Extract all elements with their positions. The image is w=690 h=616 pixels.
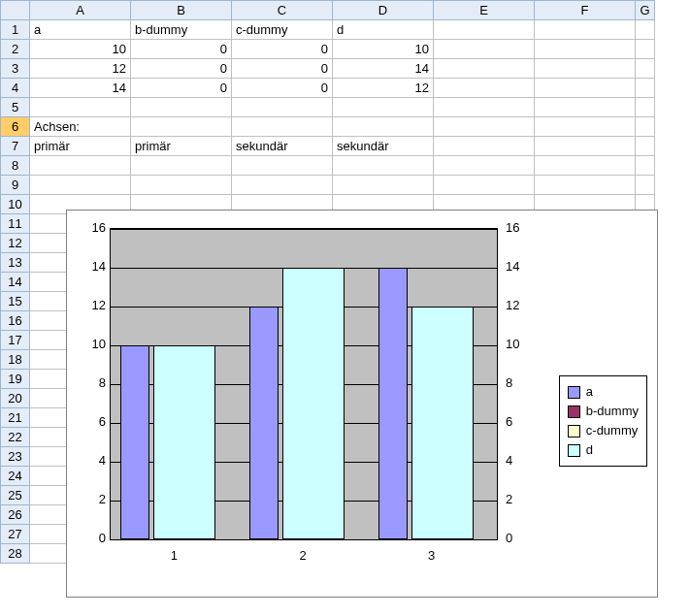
cell-F6[interactable] [535,117,636,137]
col-header-B[interactable]: B [131,1,232,20]
cell-G7[interactable] [636,137,655,156]
cell-C7[interactable]: sekundär [232,137,333,156]
cell-E8[interactable] [434,156,535,176]
select-all-corner[interactable] [1,1,30,20]
cell-D2[interactable]: 10 [333,40,434,59]
cell-B1[interactable]: b-dummy [131,20,232,40]
cell-A2[interactable]: 10 [30,40,131,59]
row-header-10[interactable]: 10 [1,195,30,214]
cell-B3[interactable]: 0 [131,59,232,79]
row-header-23[interactable]: 23 [1,447,30,467]
cell-D1[interactable]: d [333,20,434,40]
cell-F1[interactable] [535,20,636,40]
cell-C5[interactable] [232,98,333,117]
cell-D8[interactable] [333,156,434,176]
cell-G2[interactable] [636,40,655,59]
cell-C4[interactable]: 0 [232,79,333,98]
cell-B6[interactable] [131,117,232,137]
cell-E5[interactable] [434,98,535,117]
embedded-chart[interactable]: a b-dummy c-dummy d 00224466881010121214… [66,210,658,598]
cell-G4[interactable] [636,79,655,98]
row-header-27[interactable]: 27 [1,525,30,544]
cell-E9[interactable] [434,176,535,195]
row-header-20[interactable]: 20 [1,389,30,408]
row-header-26[interactable]: 26 [1,505,30,525]
row-header-7[interactable]: 7 [1,137,30,156]
cell-C6[interactable] [232,117,333,137]
cell-E4[interactable] [434,79,535,98]
row-header-16[interactable]: 16 [1,311,30,331]
col-header-A[interactable]: A [30,1,131,20]
cell-G1[interactable] [636,20,655,40]
cell-B4[interactable]: 0 [131,79,232,98]
col-header-D[interactable]: D [333,1,434,20]
cell-C1[interactable]: c-dummy [232,20,333,40]
row-header-18[interactable]: 18 [1,350,30,370]
cell-E2[interactable] [434,40,535,59]
row-header-3[interactable]: 3 [1,59,30,79]
cell-G6[interactable] [636,117,655,137]
cell-B2[interactable]: 0 [131,40,232,59]
cell-F4[interactable] [535,79,636,98]
cell-B8[interactable] [131,156,232,176]
row-header-4[interactable]: 4 [1,79,30,98]
cell-F3[interactable] [535,59,636,79]
row-header-5[interactable]: 5 [1,98,30,117]
cell-A4[interactable]: 14 [30,79,131,98]
col-header-G[interactable]: G [636,1,655,20]
cell-E3[interactable] [434,59,535,79]
cell-C2[interactable]: 0 [232,40,333,59]
cell-F9[interactable] [535,176,636,195]
cell-A3[interactable]: 12 [30,59,131,79]
cell-A9[interactable] [30,176,131,195]
cell-G5[interactable] [636,98,655,117]
row-header-1[interactable]: 1 [1,20,30,40]
cell-E7[interactable] [434,137,535,156]
cell-D5[interactable] [333,98,434,117]
cell-D4[interactable]: 12 [333,79,434,98]
cell-A6[interactable]: Achsen: [30,117,131,137]
cell-D6[interactable] [333,117,434,137]
cell-F7[interactable] [535,137,636,156]
row-header-9[interactable]: 9 [1,176,30,195]
row-header-22[interactable]: 22 [1,428,30,447]
col-header-F[interactable]: F [535,1,636,20]
row-header-25[interactable]: 25 [1,486,30,505]
cell-G8[interactable] [636,156,655,176]
cell-D7[interactable]: sekundär [333,137,434,156]
cell-C9[interactable] [232,176,333,195]
cell-A7[interactable]: primär [30,137,131,156]
cell-A5[interactable] [30,98,131,117]
cell-F2[interactable] [535,40,636,59]
cell-D9[interactable] [333,176,434,195]
cell-C3[interactable]: 0 [232,59,333,79]
cell-G9[interactable] [636,176,655,195]
row-header-15[interactable]: 15 [1,292,30,311]
row-header-19[interactable]: 19 [1,370,30,389]
cell-F5[interactable] [535,98,636,117]
row-header-24[interactable]: 24 [1,467,30,486]
cell-C8[interactable] [232,156,333,176]
row-header-14[interactable]: 14 [1,273,30,292]
cell-G3[interactable] [636,59,655,79]
row-header-21[interactable]: 21 [1,408,30,428]
cell-B9[interactable] [131,176,232,195]
cell-D3[interactable]: 14 [333,59,434,79]
row-header-8[interactable]: 8 [1,156,30,176]
cell-E1[interactable] [434,20,535,40]
col-header-E[interactable]: E [434,1,535,20]
row-header-17[interactable]: 17 [1,331,30,350]
cell-B5[interactable] [131,98,232,117]
cell-F8[interactable] [535,156,636,176]
cell-B7[interactable]: primär [131,137,232,156]
cell-E6[interactable] [434,117,535,137]
row-header-11[interactable]: 11 [1,214,30,234]
row-header-12[interactable]: 12 [1,234,30,253]
cell-A8[interactable] [30,156,131,176]
row-header-13[interactable]: 13 [1,253,30,273]
col-header-C[interactable]: C [232,1,333,20]
row-header-2[interactable]: 2 [1,40,30,59]
cell-A1[interactable]: a [30,20,131,40]
row-header-28[interactable]: 28 [1,544,30,564]
row-header-6[interactable]: 6 [1,117,30,137]
